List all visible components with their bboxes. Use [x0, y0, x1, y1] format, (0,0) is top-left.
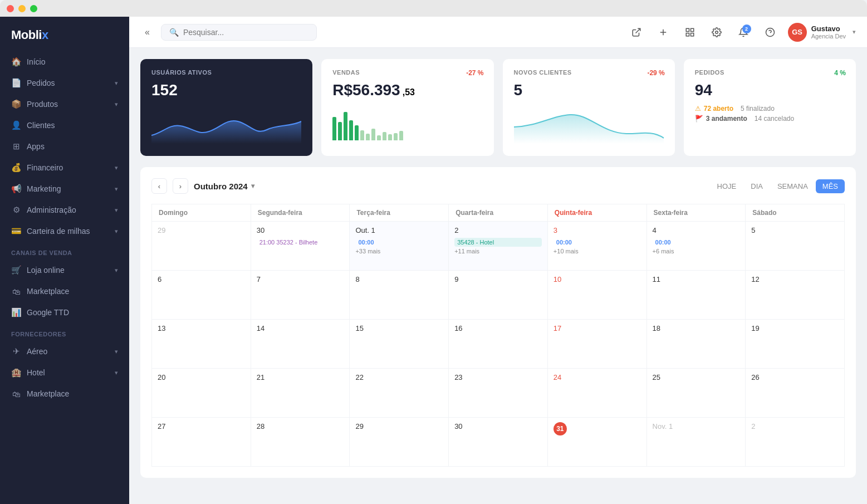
- logo: Moblix: [0, 17, 129, 51]
- help-icon[interactable]: [761, 23, 779, 41]
- cal-day-8[interactable]: 8: [350, 271, 449, 320]
- cal-day-14[interactable]: 14: [251, 320, 350, 369]
- calendar-month[interactable]: Outubro 2024 ▾: [194, 182, 254, 191]
- view-month-button[interactable]: MÊS: [816, 179, 845, 193]
- cal-day-21[interactable]: 21: [251, 369, 350, 418]
- stat-badge: -29 %: [647, 69, 664, 77]
- svg-line-0: [635, 28, 640, 33]
- cal-day-27[interactable]: 27: [152, 418, 251, 467]
- bar: [388, 134, 392, 140]
- cal-day-20[interactable]: 20: [152, 369, 251, 418]
- stats-row: USUÁRIOS ATIVOS 152: [140, 59, 856, 156]
- cal-day-3[interactable]: 3 00:00 +10 mais: [548, 222, 647, 271]
- sidebar-item-carteira[interactable]: 💳 Carteira de milhas ▾: [0, 221, 129, 242]
- cal-day-29-sep[interactable]: 29: [152, 222, 251, 271]
- stat-value-row: R$56.393 ,53: [332, 81, 482, 101]
- cal-day-10[interactable]: 10: [548, 271, 647, 320]
- cal-day-19[interactable]: 19: [746, 320, 845, 369]
- minimize-button[interactable]: [18, 5, 26, 12]
- close-button[interactable]: [7, 5, 14, 12]
- sidebar-item-administracao[interactable]: ⚙ Administração ▾: [0, 199, 129, 221]
- cal-event[interactable]: 00:00: [653, 238, 740, 247]
- cal-event[interactable]: 00:00: [355, 238, 443, 247]
- cal-day-18[interactable]: 18: [647, 320, 746, 369]
- grid-icon[interactable]: [681, 23, 699, 41]
- chevron-down-icon: ▾: [115, 164, 118, 172]
- view-week-button[interactable]: SEMANA: [771, 179, 815, 193]
- day-number: 9: [454, 275, 542, 283]
- view-day-button[interactable]: DIA: [744, 179, 770, 193]
- view-today-button[interactable]: HOJE: [711, 179, 743, 193]
- sidebar-item-aereo[interactable]: ✈ Aéreo ▾: [0, 341, 129, 362]
- cal-day-nov1[interactable]: Nov. 1: [647, 418, 746, 467]
- day-number: 20: [158, 373, 245, 381]
- sidebar-item-inicio[interactable]: 🏠 Início: [0, 51, 129, 72]
- day-number: 22: [355, 373, 443, 381]
- maximize-button[interactable]: [30, 5, 37, 12]
- cal-day-30[interactable]: 30: [449, 418, 548, 467]
- day-number: 7: [257, 275, 344, 283]
- cal-day-29[interactable]: 29: [350, 418, 449, 467]
- cal-day-22[interactable]: 22: [350, 369, 449, 418]
- chevron-down-icon: ▾: [251, 182, 254, 190]
- sidebar-item-marketing[interactable]: 📢 Marketing ▾: [0, 178, 129, 199]
- cal-day-5[interactable]: 5: [746, 222, 845, 271]
- cal-event[interactable]: 35428 - Hotel: [454, 238, 542, 247]
- external-link-icon[interactable]: [628, 23, 645, 41]
- cal-day-30-sep[interactable]: 30 21:00 35232 - Bilhete: [251, 222, 350, 271]
- sidebar-item-hotel[interactable]: 🏨 Hotel ▾: [0, 362, 129, 383]
- cal-day-28[interactable]: 28: [251, 418, 350, 467]
- cal-event[interactable]: 00:00: [553, 238, 641, 247]
- sidebar-item-produtos[interactable]: 📦 Produtos ▾: [0, 94, 129, 115]
- search-icon: 🔍: [169, 28, 179, 37]
- sidebar-item-label: Google TTD: [27, 308, 69, 317]
- cal-day-24[interactable]: 24: [548, 369, 647, 418]
- cal-day-1[interactable]: Out. 1 00:00 +33 mais: [350, 222, 449, 271]
- cal-day-nov2[interactable]: 2: [746, 418, 845, 467]
- sidebar-item-google-ttd[interactable]: 📊 Google TTD: [0, 302, 129, 323]
- cal-day-23[interactable]: 23: [449, 369, 548, 418]
- user-info: Gustavo Agencia Dev: [811, 25, 846, 40]
- sidebar-item-apps[interactable]: ⊞ Apps: [0, 136, 129, 157]
- calendar-prev-button[interactable]: ‹: [151, 178, 167, 194]
- day-number: 3: [553, 226, 641, 234]
- stat-label: PEDIDOS: [695, 69, 845, 76]
- cal-day-25[interactable]: 25: [647, 369, 746, 418]
- day-number: 15: [355, 324, 443, 332]
- cal-day-4[interactable]: 4 00:00 +6 mais: [647, 222, 746, 271]
- bar: [338, 122, 342, 140]
- cal-day-31[interactable]: 31: [548, 418, 647, 467]
- weekday-terca: Terça-feira: [350, 204, 449, 222]
- cal-day-26[interactable]: 26: [746, 369, 845, 418]
- svg-point-7: [715, 31, 718, 33]
- cal-day-7[interactable]: 7: [251, 271, 350, 320]
- notification-badge: 2: [742, 25, 751, 33]
- collapse-sidebar-button[interactable]: «: [140, 25, 154, 40]
- cal-day-17[interactable]: 17: [548, 320, 647, 369]
- add-icon[interactable]: [654, 23, 672, 41]
- cal-day-2[interactable]: 2 35428 - Hotel +11 mais: [449, 222, 548, 271]
- cal-day-11[interactable]: 11: [647, 271, 746, 320]
- calendar-next-button[interactable]: ›: [173, 178, 188, 194]
- sidebar-item-financeiro[interactable]: 💰 Financeiro ▾: [0, 157, 129, 178]
- bar: [332, 117, 336, 140]
- sidebar-item-marketplace-canais[interactable]: 🛍 Marketplace: [0, 281, 129, 302]
- cal-day-9[interactable]: 9: [449, 271, 548, 320]
- sidebar-item-pedidos[interactable]: 📄 Pedidos ▾: [0, 72, 129, 94]
- cal-day-13[interactable]: 13: [152, 320, 251, 369]
- settings-icon[interactable]: [708, 23, 726, 41]
- sidebar-item-marketplace-forn[interactable]: 🛍 Marketplace: [0, 383, 129, 404]
- cal-day-15[interactable]: 15: [350, 320, 449, 369]
- sidebar-item-loja-online[interactable]: 🛒 Loja online ▾: [0, 260, 129, 281]
- cal-event[interactable]: 21:00 35232 - Bilhete: [257, 238, 344, 247]
- user-menu[interactable]: GS Gustavo Agencia Dev ▾: [788, 23, 856, 42]
- cal-day-6[interactable]: 6: [152, 271, 251, 320]
- topbar: « 🔍 2: [129, 17, 867, 48]
- sidebar-item-clientes[interactable]: 👤 Clientes: [0, 115, 129, 136]
- cal-day-12[interactable]: 12: [746, 271, 845, 320]
- day-number: 30: [454, 422, 542, 430]
- cal-day-16[interactable]: 16: [449, 320, 548, 369]
- notification-button[interactable]: 2: [734, 23, 752, 41]
- search-input[interactable]: [183, 28, 308, 37]
- day-number: 21: [257, 373, 344, 381]
